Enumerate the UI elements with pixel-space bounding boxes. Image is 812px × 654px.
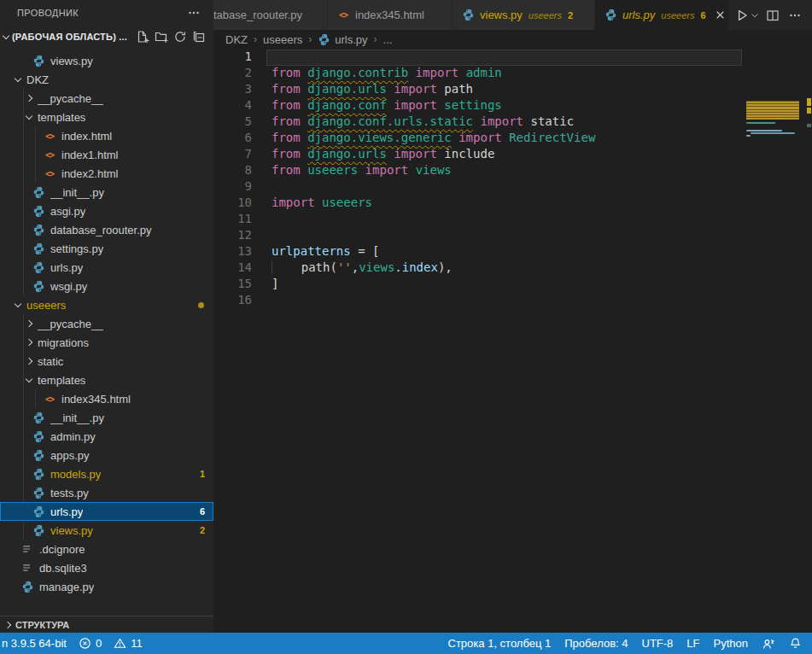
- tree-item-migrations[interactable]: migrations: [0, 333, 213, 352]
- code-line-13[interactable]: 13urlpatterns = [: [213, 243, 812, 260]
- code-line-11[interactable]: 11: [213, 211, 812, 227]
- tree-item-index-html[interactable]: <>index.html: [0, 126, 213, 145]
- code-line-3[interactable]: 3from django.urls import path: [213, 81, 812, 97]
- collapse-all-icon[interactable]: [190, 27, 208, 46]
- python-icon: [32, 261, 45, 274]
- tree-item-index345-html[interactable]: <>index345.html: [0, 389, 213, 408]
- breadcrumb-item[interactable]: DKZ: [225, 33, 248, 46]
- code-line-5[interactable]: 5from django.conf.urls.static import sta…: [213, 114, 812, 130]
- tree-item-views-py[interactable]: views.py2: [0, 521, 213, 540]
- statusbar-item[interactable]: Python: [714, 637, 748, 650]
- tree-item--init-py[interactable]: __init__.py: [0, 183, 213, 201]
- code-line-1[interactable]: 1: [213, 49, 812, 65]
- code-line-14[interactable]: 14 path('',views.index),: [213, 260, 812, 276]
- code-line-15[interactable]: 15]: [213, 276, 812, 292]
- tree-item-label: index1.html: [61, 149, 118, 161]
- tree-item-admin-py[interactable]: admin.py: [0, 427, 213, 446]
- statusbar-item-error[interactable]: 0: [79, 637, 102, 650]
- statusbar-item[interactable]: Строка 1, столбец 1: [448, 637, 552, 650]
- tree-item--dcignore[interactable]: .dcignore: [0, 540, 213, 558]
- statusbar-item[interactable]: LF: [686, 637, 699, 650]
- tab-index345-html[interactable]: <>index345.html: [328, 0, 453, 30]
- tree-item-index1-html[interactable]: <>index1.html: [0, 145, 213, 164]
- breadcrumb[interactable]: DKZ›useeers›urls.py›...: [213, 30, 812, 49]
- python-icon: [32, 224, 45, 236]
- tab-tabase-roouter-py[interactable]: tabase_roouter.py: [213, 0, 328, 30]
- tree-item-label: useeers: [26, 299, 66, 312]
- run-dropdown-icon[interactable]: [749, 5, 761, 26]
- tree-item-wsgi-py[interactable]: wsgi.py: [0, 277, 213, 295]
- tab-bar: tabase_roouter.py<>index345.htmlviews.py…: [213, 0, 812, 30]
- tab-views-py[interactable]: views.pyuseeers2: [453, 0, 595, 30]
- line-number: 7: [213, 146, 272, 162]
- tree-item-templates[interactable]: templates: [0, 371, 213, 389]
- code-text: ]: [272, 276, 278, 292]
- statusbar-label: 11: [131, 637, 143, 650]
- tree-item-static[interactable]: static: [0, 352, 213, 371]
- close-icon[interactable]: [714, 9, 727, 21]
- tree-item-templates[interactable]: templates: [0, 108, 213, 126]
- file-tree: views.pyDKZ__pycache__templates<>index.h…: [0, 48, 213, 596]
- breadcrumb-label: urls.py: [335, 33, 367, 46]
- tree-item--init-py[interactable]: __init__.py: [0, 408, 213, 427]
- statusbar-item-feedback[interactable]: [762, 637, 775, 651]
- breadcrumb-item[interactable]: ...: [383, 33, 393, 46]
- tree-item-settings-py[interactable]: settings.py: [0, 239, 213, 258]
- code-line-6[interactable]: 6from django.views.generic import Redire…: [213, 130, 812, 146]
- statusbar-item-warning[interactable]: 11: [114, 637, 143, 650]
- tree-item-db-sqlite3[interactable]: db.sqlite3: [0, 558, 213, 577]
- workspace-section-header[interactable]: (РАБОЧАЯ ОБЛАСТЬ) ...: [0, 26, 213, 48]
- code-line-16[interactable]: 16: [213, 292, 812, 308]
- statusbar-item[interactable]: Пробелов: 4: [564, 637, 628, 650]
- overview-ruler[interactable]: [806, 97, 812, 200]
- tab-urls-py[interactable]: urls.pyuseeers6: [595, 0, 729, 30]
- code-line-7[interactable]: 7from django.urls import include: [213, 146, 812, 162]
- code-line-4[interactable]: 4from django.conf import settings: [213, 97, 812, 114]
- tree-item-label: index.html: [61, 130, 112, 143]
- tree-item-label: urls.py: [50, 261, 83, 274]
- code-text: from django.urls import path: [272, 81, 473, 97]
- tree-item-apps-py[interactable]: apps.py: [0, 446, 213, 464]
- tree-item-dkz[interactable]: DKZ: [0, 70, 213, 89]
- tree-item-models-py[interactable]: models.py1: [0, 464, 213, 483]
- tree-item-useeers[interactable]: useeers: [0, 295, 213, 314]
- code-line-12[interactable]: 12: [213, 227, 812, 243]
- python-icon: [32, 55, 45, 67]
- code-line-9[interactable]: 9: [213, 178, 812, 195]
- code-text: from django.urls import include: [272, 146, 494, 162]
- new-file-icon[interactable]: [133, 27, 152, 46]
- line-number: 5: [213, 114, 272, 130]
- breadcrumb-separator: ›: [308, 33, 312, 45]
- code-line-8[interactable]: 8from useeers import views: [213, 162, 812, 178]
- tree-item-asgi-py[interactable]: asgi.py: [0, 201, 213, 220]
- tree-item--pycache-[interactable]: __pycache__: [0, 314, 213, 333]
- tree-item-tests-py[interactable]: tests.py: [0, 483, 213, 502]
- breadcrumb-label: DKZ: [225, 33, 248, 46]
- code-line-2[interactable]: 2from django.contrib import admin: [213, 65, 812, 81]
- new-folder-icon[interactable]: [152, 27, 171, 46]
- statusbar-item[interactable]: UTF-8: [642, 637, 674, 650]
- code-editor[interactable]: 12from django.contrib import admin3from …: [213, 49, 812, 633]
- minimap-warning-block: [746, 101, 799, 120]
- statusbar-item[interactable]: n 3.9.5 64-bit: [2, 637, 67, 650]
- tree-item--pycache-[interactable]: __pycache__: [0, 89, 213, 108]
- minimap[interactable]: [746, 98, 801, 201]
- statusbar-item-bell[interactable]: [789, 637, 802, 650]
- more-actions-icon[interactable]: [785, 5, 805, 26]
- tree-item-label: .dcignore: [39, 543, 85, 556]
- code-text: path('',views.index),: [272, 260, 453, 276]
- more-actions-icon[interactable]: [184, 3, 203, 22]
- tree-item-urls-py[interactable]: urls.py6: [0, 502, 213, 521]
- outline-section-header[interactable]: СТРУКТУРА: [0, 616, 213, 633]
- tree-item-urls-py[interactable]: urls.py: [0, 258, 213, 277]
- breadcrumb-item[interactable]: urls.py: [318, 33, 367, 46]
- split-editor-icon[interactable]: [762, 5, 783, 26]
- tree-item-index2-html[interactable]: <>index2.html: [0, 164, 213, 183]
- tree-item-views-py[interactable]: views.py: [0, 51, 213, 70]
- breadcrumb-item[interactable]: useeers: [263, 33, 302, 46]
- code-line-10[interactable]: 10import useeers: [213, 195, 812, 211]
- refresh-icon[interactable]: [171, 27, 190, 46]
- feedback-icon: [762, 637, 775, 651]
- tree-item-manage-py[interactable]: manage.py: [0, 577, 213, 596]
- tree-item-database-roouter-py[interactable]: database_roouter.py: [0, 220, 213, 239]
